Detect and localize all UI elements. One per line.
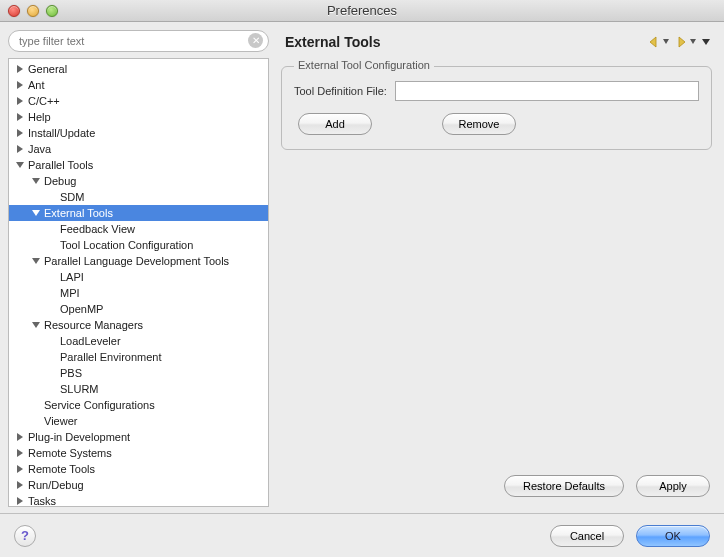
tree-item[interactable]: Tasks <box>9 493 268 507</box>
tree-leaf-icon <box>31 416 41 426</box>
tree-leaf-icon <box>47 224 57 234</box>
tree-item[interactable]: MPI <box>9 285 268 301</box>
minimize-window-button[interactable] <box>27 5 39 17</box>
tree-item[interactable]: C/C++ <box>9 93 268 109</box>
tree-item[interactable]: Parallel Language Development Tools <box>9 253 268 269</box>
tree-item-label: General <box>26 63 67 75</box>
tree-leaf-icon <box>47 304 57 314</box>
tree-item[interactable]: Remote Tools <box>9 461 268 477</box>
tree-item-label: SDM <box>58 191 84 203</box>
disclosure-triangle-icon[interactable] <box>15 480 25 490</box>
menu-dropdown-icon[interactable] <box>700 37 712 47</box>
sidebar: ✕ GeneralAntC/C++HelpInstall/UpdateJavaP… <box>0 22 275 513</box>
tree-item-label: Resource Managers <box>42 319 143 331</box>
tree-item[interactable]: Run/Debug <box>9 477 268 493</box>
tree-item[interactable]: Remote Systems <box>9 445 268 461</box>
tree-item[interactable]: Install/Update <box>9 125 268 141</box>
group-label: External Tool Configuration <box>294 59 434 71</box>
tree-item-label: Parallel Environment <box>58 351 162 363</box>
tree-leaf-icon <box>47 272 57 282</box>
help-icon[interactable]: ? <box>14 525 36 547</box>
tree-item[interactable]: SLURM <box>9 381 268 397</box>
page-title: External Tools <box>285 34 380 50</box>
tree-item[interactable]: SDM <box>9 189 268 205</box>
tree-item[interactable]: Java <box>9 141 268 157</box>
tree-item-label: C/C++ <box>26 95 60 107</box>
tree-item[interactable]: PBS <box>9 365 268 381</box>
disclosure-triangle-icon[interactable] <box>15 448 25 458</box>
disclosure-triangle-icon[interactable] <box>15 496 25 506</box>
disclosure-triangle-icon[interactable] <box>15 64 25 74</box>
tree-item[interactable]: Service Configurations <box>9 397 268 413</box>
zoom-window-button[interactable] <box>46 5 58 17</box>
close-window-button[interactable] <box>8 5 20 17</box>
disclosure-triangle-icon[interactable] <box>15 112 25 122</box>
tree-item[interactable]: External Tools <box>9 205 268 221</box>
back-button[interactable] <box>646 34 671 50</box>
disclosure-triangle-icon[interactable] <box>15 464 25 474</box>
disclosure-triangle-icon[interactable] <box>15 80 25 90</box>
filter-input[interactable] <box>8 30 269 52</box>
tree-item[interactable]: General <box>9 61 268 77</box>
tree-item[interactable]: Viewer <box>9 413 268 429</box>
tree-item-label: PBS <box>58 367 82 379</box>
tree-item[interactable]: Ant <box>9 77 268 93</box>
apply-button[interactable]: Apply <box>636 475 710 497</box>
tree-item-label: Remote Systems <box>26 447 112 459</box>
tree-leaf-icon <box>47 352 57 362</box>
tree-item-label: Install/Update <box>26 127 95 139</box>
tree-item-label: External Tools <box>42 207 113 219</box>
tree-item[interactable]: Feedback View <box>9 221 268 237</box>
tree-item-label: LoadLeveler <box>58 335 121 347</box>
bottom-bar: ? Cancel OK <box>0 513 724 557</box>
preferences-tree[interactable]: GeneralAntC/C++HelpInstall/UpdateJavaPar… <box>8 58 269 507</box>
disclosure-triangle-icon[interactable] <box>15 96 25 106</box>
disclosure-triangle-icon[interactable] <box>31 208 41 218</box>
tree-item[interactable]: Plug-in Development <box>9 429 268 445</box>
tree-leaf-icon <box>47 336 57 346</box>
clear-filter-icon[interactable]: ✕ <box>248 33 263 48</box>
tree-item-label: Parallel Language Development Tools <box>42 255 229 267</box>
forward-button[interactable] <box>673 34 698 50</box>
tree-item-label: Help <box>26 111 51 123</box>
tree-item[interactable]: Tool Location Configuration <box>9 237 268 253</box>
disclosure-triangle-icon[interactable] <box>31 176 41 186</box>
disclosure-triangle-icon[interactable] <box>31 320 41 330</box>
tree-item-label: Debug <box>42 175 76 187</box>
tree-item-label: Run/Debug <box>26 479 84 491</box>
tree-leaf-icon <box>47 192 57 202</box>
ok-button[interactable]: OK <box>636 525 710 547</box>
tree-item[interactable]: Resource Managers <box>9 317 268 333</box>
tree-item[interactable]: Debug <box>9 173 268 189</box>
tree-item[interactable]: OpenMP <box>9 301 268 317</box>
disclosure-triangle-icon[interactable] <box>15 432 25 442</box>
tree-item[interactable]: LoadLeveler <box>9 333 268 349</box>
disclosure-triangle-icon[interactable] <box>15 128 25 138</box>
tool-file-input[interactable] <box>395 81 699 101</box>
tree-item-label: Tasks <box>26 495 56 507</box>
tree-item[interactable]: LAPI <box>9 269 268 285</box>
tree-item-label: Parallel Tools <box>26 159 93 171</box>
remove-button[interactable]: Remove <box>442 113 516 135</box>
tool-file-label: Tool Definition File: <box>294 85 387 97</box>
tree-item-label: Service Configurations <box>42 399 155 411</box>
history-nav <box>646 34 712 50</box>
tree-item-label: Feedback View <box>58 223 135 235</box>
tree-item[interactable]: Help <box>9 109 268 125</box>
config-groupbox: External Tool Configuration Tool Definit… <box>281 66 712 150</box>
add-button[interactable]: Add <box>298 113 372 135</box>
tree-item-label: MPI <box>58 287 80 299</box>
tree-item[interactable]: Parallel Environment <box>9 349 268 365</box>
disclosure-triangle-icon[interactable] <box>31 256 41 266</box>
tree-item-label: Remote Tools <box>26 463 95 475</box>
disclosure-triangle-icon[interactable] <box>15 144 25 154</box>
restore-defaults-button[interactable]: Restore Defaults <box>504 475 624 497</box>
tree-item-label: Plug-in Development <box>26 431 130 443</box>
tree-item[interactable]: Parallel Tools <box>9 157 268 173</box>
tree-item-label: Viewer <box>42 415 77 427</box>
tree-item-label: LAPI <box>58 271 84 283</box>
tree-leaf-icon <box>47 384 57 394</box>
cancel-button[interactable]: Cancel <box>550 525 624 547</box>
disclosure-triangle-icon[interactable] <box>15 160 25 170</box>
tree-leaf-icon <box>47 368 57 378</box>
